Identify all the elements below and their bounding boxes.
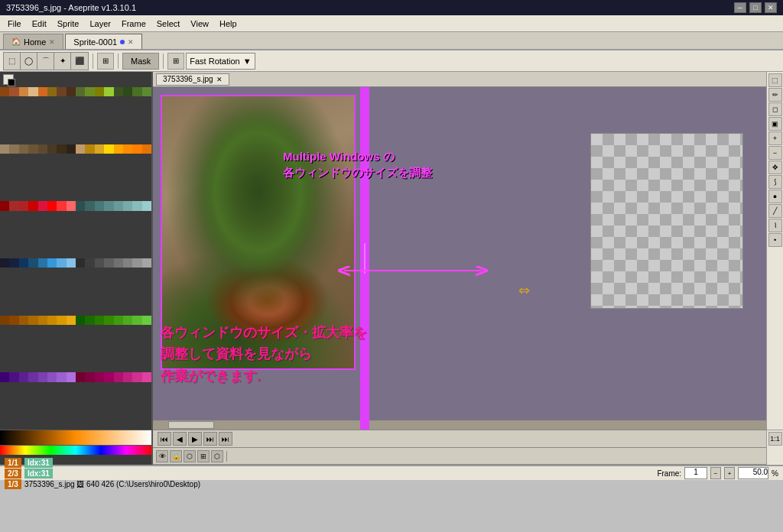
palette-cell-50[interactable] xyxy=(19,258,28,268)
palette-cell-20[interactable] xyxy=(38,144,47,154)
rect-select-btn[interactable]: ⬚ xyxy=(4,53,21,70)
palette-cell-13[interactable] xyxy=(123,87,132,96)
rtool-select[interactable]: ⬚ xyxy=(768,73,782,87)
timeline-last[interactable]: ⏭ xyxy=(219,432,232,446)
palette-cell-74[interactable] xyxy=(95,316,104,325)
palette-cell-0[interactable] xyxy=(0,87,9,96)
palette-cell-49[interactable] xyxy=(9,258,18,268)
palette-cell-92[interactable] xyxy=(114,372,123,381)
palette-cell-54[interactable] xyxy=(57,258,66,268)
palette-cell-44[interactable] xyxy=(114,201,123,210)
canvas-scrollbar[interactable] xyxy=(153,420,766,430)
palette-cell-56[interactable] xyxy=(76,258,85,268)
palette-cell-11[interactable] xyxy=(104,87,113,96)
palette-cell-27[interactable] xyxy=(104,144,113,154)
palette-cell-94[interactable] xyxy=(132,372,141,381)
palette-cell-78[interactable] xyxy=(132,316,141,325)
palette-cell-21[interactable] xyxy=(47,144,57,154)
rtool-dot[interactable]: • xyxy=(768,233,782,247)
menu-view[interactable]: View xyxy=(186,18,213,30)
palette-cell-53[interactable] xyxy=(47,258,57,268)
palette-cell-32[interactable] xyxy=(0,201,9,210)
palette-cell-83[interactable] xyxy=(28,372,37,381)
palette-cell-36[interactable] xyxy=(38,201,47,210)
zoom-input[interactable]: 50.0 xyxy=(738,467,768,479)
palette-cell-5[interactable] xyxy=(47,87,57,96)
palette-cell-4[interactable] xyxy=(38,87,47,96)
palette-cell-84[interactable] xyxy=(38,372,47,381)
rotation-select[interactable]: Fast Rotation ▼ xyxy=(186,53,255,70)
palette-cell-37[interactable] xyxy=(47,201,57,210)
options-btn[interactable]: ⊞ xyxy=(167,53,184,70)
palette-cell-65[interactable] xyxy=(9,316,18,325)
palette-cell-19[interactable] xyxy=(28,144,37,154)
palette-cell-24[interactable] xyxy=(76,144,85,154)
palette-cell-87[interactable] xyxy=(67,372,76,381)
palette-cell-35[interactable] xyxy=(28,201,37,210)
palette-cell-95[interactable] xyxy=(142,372,151,381)
palette-cell-14[interactable] xyxy=(132,87,141,96)
palette-cell-57[interactable] xyxy=(85,258,94,268)
palette-cell-22[interactable] xyxy=(57,144,66,154)
timeline-next[interactable]: ⏭ xyxy=(203,432,217,446)
rtool-line[interactable]: ╱ xyxy=(768,204,782,218)
palette-cell-30[interactable] xyxy=(132,144,141,154)
palette-cell-61[interactable] xyxy=(123,258,132,268)
rtool-pen[interactable]: ✏ xyxy=(768,88,782,102)
doc-tab[interactable]: 3753396_s.jpg ✕ xyxy=(156,73,229,86)
palette-cell-10[interactable] xyxy=(95,87,104,96)
palette-cell-12[interactable] xyxy=(114,87,123,96)
palette-cell-28[interactable] xyxy=(114,144,123,154)
palette-cell-39[interactable] xyxy=(67,201,76,210)
palette-cell-46[interactable] xyxy=(132,201,141,210)
palette-cell-81[interactable] xyxy=(9,372,18,381)
menu-layer[interactable]: Layer xyxy=(85,18,115,30)
palette-cell-1[interactable] xyxy=(9,87,18,96)
palette-cell-31[interactable] xyxy=(142,144,151,154)
bg-color[interactable] xyxy=(8,79,15,86)
palette-cell-63[interactable] xyxy=(142,258,151,268)
palette-cell-55[interactable] xyxy=(67,258,76,268)
tab-home-close[interactable]: ✕ xyxy=(49,38,55,46)
palette-cell-16[interactable] xyxy=(0,144,9,154)
palette-cell-23[interactable] xyxy=(67,144,76,154)
menu-edit[interactable]: Edit xyxy=(28,18,51,30)
palette-cell-79[interactable] xyxy=(142,316,151,325)
palette-cell-86[interactable] xyxy=(57,372,66,381)
timeline-prev[interactable]: ◀ xyxy=(173,432,187,446)
palette-cell-33[interactable] xyxy=(9,201,18,210)
palette-cell-93[interactable] xyxy=(123,372,132,381)
maximize-button[interactable]: □ xyxy=(749,2,762,13)
rtool-ratio[interactable]: 1:1 xyxy=(768,432,782,446)
minimize-button[interactable]: ─ xyxy=(734,2,746,13)
palette-cell-59[interactable] xyxy=(104,258,113,268)
palette-cell-40[interactable] xyxy=(76,201,85,210)
palette-cell-9[interactable] xyxy=(85,87,94,96)
rtool-move[interactable]: ✥ xyxy=(768,161,782,174)
canvas-divider-handle[interactable] xyxy=(360,87,369,430)
palette-cell-67[interactable] xyxy=(28,316,37,325)
rtool-zoom-out[interactable]: − xyxy=(768,146,782,160)
layer-opts-3[interactable]: ⬡ xyxy=(211,450,223,462)
scrollbar-thumb[interactable] xyxy=(168,421,214,429)
tab-home[interactable]: 🏠 Home ✕ xyxy=(3,34,63,49)
color-select-btn[interactable]: ⬛ xyxy=(71,53,88,70)
menu-sprite[interactable]: Sprite xyxy=(53,18,84,30)
palette-cell-8[interactable] xyxy=(76,87,85,96)
menu-file[interactable]: File xyxy=(3,18,26,30)
frame-decrement[interactable]: − xyxy=(710,467,721,479)
lasso-select-btn[interactable]: ⌒ xyxy=(37,53,54,70)
palette-cell-89[interactable] xyxy=(85,372,94,381)
palette-cell-34[interactable] xyxy=(19,201,28,210)
menu-help[interactable]: Help xyxy=(215,18,242,30)
palette-cell-48[interactable] xyxy=(0,258,9,268)
palette-cell-75[interactable] xyxy=(104,316,113,325)
palette-cell-7[interactable] xyxy=(67,87,76,96)
palette-cell-62[interactable] xyxy=(132,258,141,268)
palette-cell-51[interactable] xyxy=(28,258,37,268)
palette-cell-80[interactable] xyxy=(0,372,9,381)
rtool-eyedrop[interactable]: ⟆ xyxy=(768,175,782,189)
ellipse-select-btn[interactable]: ◯ xyxy=(21,53,37,70)
tab-sprite[interactable]: Sprite-0001 ✕ xyxy=(65,34,142,49)
palette-cell-42[interactable] xyxy=(95,201,104,210)
